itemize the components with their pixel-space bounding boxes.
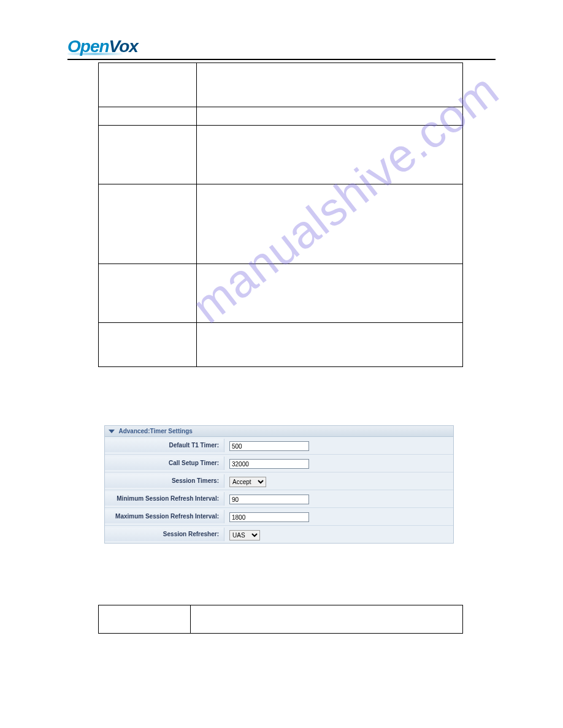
- table-cell: [196, 63, 462, 107]
- form-control: [224, 440, 453, 452]
- timer-settings-panel: Advanced:Timer Settings Default T1 Timer…: [104, 425, 454, 544]
- session-timers-select[interactable]: Accept: [229, 477, 266, 487]
- max-session-refresh-input[interactable]: [229, 512, 309, 522]
- panel-body: Default T1 Timer: Call Setup Timer: Sess…: [105, 437, 453, 543]
- form-control: UAS: [224, 529, 453, 540]
- chevron-down-icon: [109, 430, 115, 433]
- header-divider: [67, 59, 496, 60]
- form-row-session-refresher: Session Refresher: UAS: [105, 526, 453, 543]
- form-label: Session Refresher:: [105, 528, 224, 541]
- table-cell: [190, 605, 462, 634]
- form-row-default-t1-timer: Default T1 Timer:: [105, 437, 453, 455]
- form-label: Default T1 Timer:: [105, 439, 224, 452]
- table-cell: [99, 323, 197, 367]
- table-cell: [99, 63, 197, 107]
- call-setup-timer-input[interactable]: [229, 459, 309, 469]
- table-cell: [99, 107, 197, 126]
- table-cell: [99, 184, 197, 264]
- form-control: [224, 493, 453, 505]
- form-label: Call Setup Timer:: [105, 457, 224, 470]
- table-cell: [196, 107, 462, 126]
- min-session-refresh-input[interactable]: [229, 495, 309, 504]
- lower-table: [98, 605, 463, 634]
- logo: OpenVox: [67, 37, 138, 55]
- table-cell: [196, 184, 462, 264]
- session-refresher-select[interactable]: UAS: [229, 530, 260, 540]
- logo-open: Open: [67, 37, 109, 56]
- logo-vox: Vox: [109, 37, 138, 56]
- form-control: Accept: [224, 476, 453, 487]
- form-row-min-session-refresh: Minimum Session Refresh Interval:: [105, 490, 453, 508]
- table-cell: [196, 126, 462, 184]
- table-cell: [99, 605, 191, 634]
- upper-table: [98, 63, 463, 367]
- form-row-max-session-refresh: Maximum Session Refresh Interval:: [105, 508, 453, 526]
- table-cell: [196, 323, 462, 367]
- form-row-call-setup-timer: Call Setup Timer:: [105, 455, 453, 472]
- table-cell: [196, 264, 462, 323]
- table-cell: [99, 264, 197, 323]
- form-control: [224, 511, 453, 523]
- panel-header[interactable]: Advanced:Timer Settings: [105, 426, 453, 437]
- panel-header-text: Advanced:Timer Settings: [118, 428, 192, 434]
- table-cell: [99, 126, 197, 184]
- form-row-session-timers: Session Timers: Accept: [105, 472, 453, 490]
- form-label: Maximum Session Refresh Interval:: [105, 510, 224, 523]
- form-label: Minimum Session Refresh Interval:: [105, 492, 224, 506]
- default-t1-timer-input[interactable]: [229, 441, 309, 451]
- form-control: [224, 458, 453, 469]
- form-label: Session Timers:: [105, 474, 224, 488]
